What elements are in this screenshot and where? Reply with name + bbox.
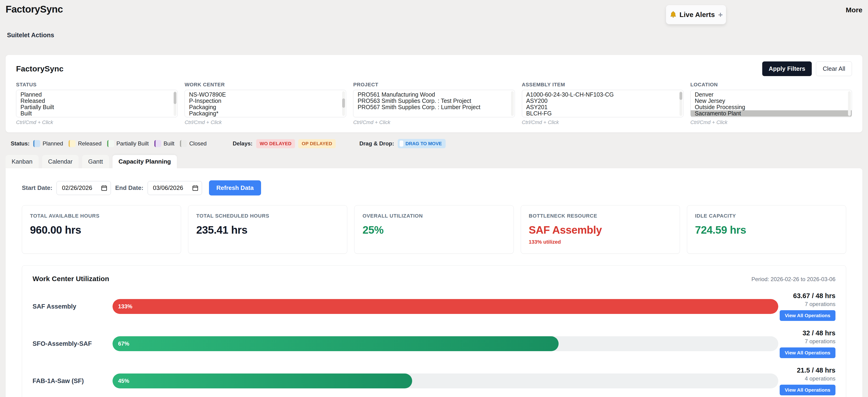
utilization-info: 32 / 48 hrs7 operationsView All Operatio…	[778, 329, 835, 358]
clear-all-button[interactable]: Clear All	[816, 61, 852, 76]
scrollbar-track[interactable]	[511, 91, 514, 116]
operations-count: 7 operations	[778, 338, 835, 345]
capacity-planning-panel: Start Date: End Date: Refresh Data TOTAL…	[6, 168, 862, 397]
tab-calendar[interactable]: Calendar	[42, 155, 79, 168]
view-all-operations-button[interactable]: View All Operations	[780, 385, 835, 395]
legend-delays-label: Delays:	[233, 140, 252, 147]
filter-label: LOCATION	[690, 82, 852, 88]
legend-item-label: Built	[164, 140, 175, 147]
option[interactable]: ASY200	[522, 98, 683, 104]
live-alerts-label: Live Alerts	[680, 11, 715, 19]
page-header: FactorySync Suitelet Actions Live Alerts…	[0, 0, 868, 55]
delay-badge-op-delayed: OP DELAYED	[298, 139, 336, 148]
multiselect-hint: Ctrl/Cmd + Click	[690, 119, 852, 125]
option[interactable]: Released	[16, 98, 177, 104]
multiselect-hint: Ctrl/Cmd + Click	[353, 119, 515, 125]
tab-capacity-planning[interactable]: Capacity Planning	[113, 155, 177, 168]
filter-group-work-center: WORK CENTERNS-WO7890EP-InspectionPackagi…	[185, 82, 346, 125]
option[interactable]: Denver	[691, 91, 852, 98]
legend-item-released: Released	[69, 140, 101, 147]
option[interactable]: Packaging	[185, 104, 346, 110]
status-swatch	[154, 140, 161, 147]
filter-listbox-status[interactable]: PlannedReleasedPartially BuiltBuiltClose…	[16, 90, 178, 117]
plus-icon[interactable]: +	[718, 10, 723, 19]
utilization-bar-fill: 67%	[113, 336, 559, 351]
utilization-info: 63.67 / 48 hrs7 operationsView All Opera…	[778, 292, 835, 321]
view-all-operations-button[interactable]: View All Operations	[780, 310, 835, 321]
kpi-card-overall-utilization: OVERALL UTILIZATION25%	[354, 205, 514, 254]
kpi-label: TOTAL SCHEDULED HOURS	[196, 213, 339, 219]
start-date-input[interactable]	[57, 181, 111, 195]
status-swatch	[69, 140, 75, 147]
scrollbar-thumb[interactable]	[342, 98, 345, 108]
legend-status-label: Status:	[11, 140, 30, 147]
apply-filters-button[interactable]: Apply Filters	[762, 61, 812, 76]
option[interactable]: Outside Processing	[691, 104, 852, 110]
end-date-input[interactable]	[148, 181, 202, 195]
filter-label: WORK CENTER	[185, 82, 346, 88]
option[interactable]: Classic Mariner Square 24 cutout (Sum of…	[522, 117, 683, 117]
option[interactable]: NS-WO7890E	[185, 91, 346, 98]
kpi-card-total-available-hours: TOTAL AVAILABLE HOURS960.00 hrs	[22, 205, 181, 254]
option[interactable]: PRO567 Smith Supplies Corp. : Lumber Pro…	[353, 104, 515, 110]
utilization-percent-label: 67%	[118, 340, 129, 347]
kpi-label: TOTAL AVAILABLE HOURS	[30, 213, 173, 219]
hours-value: 32 / 48 hrs	[778, 329, 835, 337]
kpi-value: 235.41 hrs	[196, 224, 339, 236]
filter-grid: STATUSPlannedReleasedPartially BuiltBuil…	[16, 82, 852, 125]
filter-group-location: LOCATIONDenverNew JerseyOutside Processi…	[690, 82, 852, 125]
option[interactable]: BLCH-FG	[522, 110, 683, 117]
delay-badge-wo-delayed: WO DELAYED	[256, 139, 295, 148]
drag-to-move-badge[interactable]: DRAG TO MOVE	[398, 139, 445, 148]
option[interactable]: A1000-60-24-30-L-CH-NF103-CG	[522, 91, 683, 98]
filter-listbox-work-center[interactable]: NS-WO7890EP-InspectionPackagingPackaging…	[185, 90, 346, 117]
kpi-card-total-scheduled-hours: TOTAL SCHEDULED HOURS235.41 hrs	[188, 205, 347, 254]
scrollbar-thumb[interactable]	[680, 92, 682, 100]
tab-kanban[interactable]: Kanban	[6, 155, 39, 168]
filter-label: STATUS	[16, 82, 178, 88]
suitelet-actions-link[interactable]: Suitelet Actions	[7, 32, 54, 39]
option[interactable]: Planned	[16, 91, 177, 98]
option[interactable]: PRO561 Manufacturing Wood	[353, 91, 515, 98]
hours-value: 21.5 / 48 hrs	[778, 367, 835, 374]
option[interactable]: Built	[16, 110, 177, 117]
tab-gantt[interactable]: Gantt	[82, 155, 109, 168]
option[interactable]: Prep Station	[185, 117, 346, 117]
filter-card: FactorySync Apply Filters Clear All STAT…	[6, 55, 862, 133]
option-list: PRO561 Manufacturing WoodPRO563 Smith Su…	[353, 91, 515, 110]
option[interactable]: ASY201	[522, 104, 683, 110]
option[interactable]: Closed	[16, 117, 177, 117]
multiselect-hint: Ctrl/Cmd + Click	[16, 119, 178, 125]
legend-item-label: Released	[78, 140, 101, 147]
live-alerts-button[interactable]: Live Alerts +	[666, 5, 726, 24]
filter-listbox-project[interactable]: PRO561 Manufacturing WoodPRO563 Smith Su…	[353, 90, 515, 117]
view-all-operations-button[interactable]: View All Operations	[780, 347, 835, 358]
scrollbar-track[interactable]	[848, 91, 851, 116]
multiselect-hint: Ctrl/Cmd + Click	[522, 119, 683, 125]
filter-label: ASSEMBLY ITEM	[522, 82, 683, 88]
option[interactable]: New Jersey	[691, 98, 852, 104]
start-date-label: Start Date:	[22, 184, 52, 192]
work-center-utilization-card: Work Center Utilization Period: 2026-02-…	[22, 265, 846, 397]
scrollbar-thumb[interactable]	[174, 92, 177, 104]
legend-item-closed: Closed	[180, 140, 207, 147]
option-list: A1000-60-24-30-L-CH-NF103-CGASY200ASY201…	[522, 91, 683, 117]
option[interactable]: Partially Built	[16, 104, 177, 110]
status-swatch	[180, 140, 187, 147]
option[interactable]: Packaging*	[185, 110, 346, 117]
filter-listbox-assembly-item[interactable]: A1000-60-24-30-L-CH-NF103-CGASY200ASY201…	[522, 90, 683, 117]
end-date-label: End Date:	[115, 184, 143, 192]
filter-listbox-location[interactable]: DenverNew JerseyOutside ProcessingSacram…	[690, 90, 852, 117]
utilization-bar-track: 133%	[113, 299, 778, 314]
work-center-name: SAF Assembly	[33, 303, 113, 310]
option[interactable]: Sacramento Plant	[691, 110, 852, 117]
kpi-subtext: 133% utilized	[529, 239, 672, 245]
utilization-period: Period: 2026-02-26 to 2026-03-06	[751, 276, 835, 283]
more-menu[interactable]: More	[846, 6, 862, 14]
legend-item-planned: Planned	[33, 140, 63, 147]
app-title: FactorySync	[6, 4, 63, 15]
option[interactable]: P-Inspection	[185, 98, 346, 104]
work-center-name: SFO-Assembly-SAF	[33, 340, 113, 347]
option[interactable]: PRO563 Smith Supplies Corp. : Test Proje…	[353, 98, 515, 104]
refresh-data-button[interactable]: Refresh Data	[209, 180, 261, 196]
